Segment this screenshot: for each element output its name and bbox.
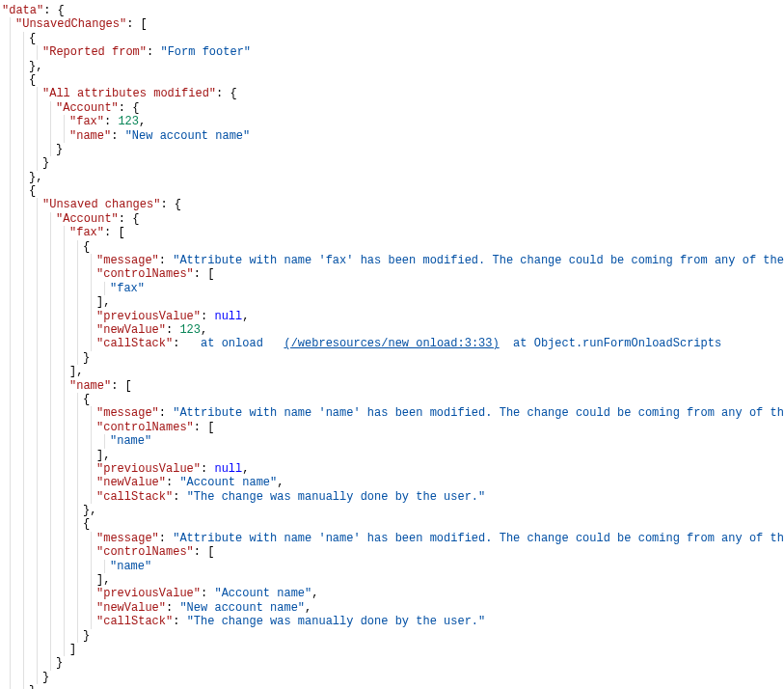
indent-guide <box>10 449 11 462</box>
spacer <box>187 337 201 350</box>
json-punct: , <box>242 462 249 476</box>
indent-guide <box>37 629 38 643</box>
indent-guide <box>77 601 78 615</box>
indent-guide <box>10 643 11 656</box>
indent-guide <box>37 351 38 365</box>
code-line: "name" <box>0 434 782 448</box>
json-string: "Account name" <box>214 587 311 600</box>
indent-guide <box>91 587 92 600</box>
json-string: at Object.runFormOnloadScripts <box>513 337 721 350</box>
indent-guide <box>23 560 24 573</box>
indent-guide <box>23 601 24 615</box>
indent-guide <box>77 587 78 600</box>
indent-guide <box>77 629 78 643</box>
indent-guide <box>77 282 78 295</box>
indent-guide <box>50 240 51 254</box>
json-key: "callStack" <box>96 490 173 504</box>
code-line: ], <box>0 365 782 378</box>
indent-guide <box>37 504 38 517</box>
code-line: "callStack": at onload (/webresources/ne… <box>0 337 782 350</box>
indent-guide <box>23 184 24 198</box>
indent-guide <box>23 629 24 643</box>
code-line: { <box>0 240 782 254</box>
indent-guide <box>64 504 65 517</box>
indent-guide <box>37 532 38 545</box>
json-null: null <box>214 462 242 476</box>
json-string: "The change was manually done by the use… <box>187 615 486 628</box>
indent-guide <box>64 476 65 489</box>
json-punct: } <box>83 351 90 365</box>
indent-guide <box>91 434 92 448</box>
source-link[interactable]: (/webresources/new_onload:3:33) <box>284 337 499 350</box>
indent-guide <box>64 601 65 615</box>
indent-guide <box>23 295 24 309</box>
json-key: "Reported from" <box>42 45 147 59</box>
indent-guide <box>64 615 65 628</box>
indent-guide <box>64 323 65 337</box>
json-punct: } <box>29 684 36 689</box>
json-punct: : [ <box>104 226 125 239</box>
indent-guide <box>50 462 51 476</box>
indent-guide <box>64 337 65 350</box>
indent-guide <box>77 323 78 337</box>
json-key: "controlNames" <box>96 421 194 434</box>
json-string: "name" <box>110 434 151 448</box>
indent-guide <box>64 587 65 600</box>
json-key: "controlNames" <box>96 545 194 559</box>
indent-guide <box>64 406 65 420</box>
json-punct: { <box>29 73 36 87</box>
indent-guide <box>77 406 78 420</box>
indent-guide <box>77 393 78 406</box>
indent-guide <box>77 421 78 434</box>
indent-guide <box>50 295 51 309</box>
indent-guide <box>37 87 38 100</box>
indent-guide <box>64 254 65 267</box>
indent-guide <box>10 587 11 600</box>
json-punct: , <box>277 476 284 489</box>
json-punct: }, <box>29 60 42 73</box>
json-punct: { <box>83 517 90 531</box>
indent-guide <box>77 240 78 254</box>
json-string: "New account name" <box>125 129 251 143</box>
json-punct: : { <box>216 87 237 100</box>
indent-guide <box>77 545 78 559</box>
indent-guide <box>23 656 24 670</box>
indent-guide <box>91 295 92 309</box>
indent-guide <box>37 337 38 350</box>
indent-guide <box>10 240 11 254</box>
indent-guide <box>37 379 38 393</box>
indent-guide <box>10 476 11 489</box>
json-punct: ], <box>96 449 110 462</box>
spacer <box>263 337 284 350</box>
indent-guide <box>10 379 11 393</box>
indent-guide <box>23 490 24 504</box>
indent-guide <box>77 449 78 462</box>
indent-guide <box>10 365 11 378</box>
json-punct: : [ <box>194 545 215 559</box>
json-key: "newValue" <box>96 601 166 615</box>
indent-guide <box>37 198 38 211</box>
json-key: "message" <box>96 254 159 267</box>
indent-guide <box>10 226 11 239</box>
indent-guide <box>91 421 92 434</box>
indent-guide <box>23 462 24 476</box>
json-punct: }, <box>83 504 96 517</box>
indent-guide <box>50 143 51 156</box>
indent-guide <box>23 337 24 350</box>
code-line: { <box>0 32 782 45</box>
code-line: "previousValue": "Account name", <box>0 587 782 600</box>
json-punct: : <box>201 462 214 476</box>
indent-guide <box>50 337 51 350</box>
json-punct: ] <box>69 643 76 656</box>
indent-guide <box>50 643 51 656</box>
indent-guide <box>10 115 11 128</box>
json-null: null <box>214 310 242 323</box>
indent-guide <box>37 267 38 281</box>
indent-guide <box>10 45 11 59</box>
indent-guide <box>64 115 65 128</box>
indent-guide <box>10 462 11 476</box>
json-number: 123 <box>179 323 201 337</box>
json-punct: : <box>166 601 179 615</box>
code-line: "callStack": "The change was manually do… <box>0 615 782 628</box>
indent-guide <box>37 490 38 504</box>
